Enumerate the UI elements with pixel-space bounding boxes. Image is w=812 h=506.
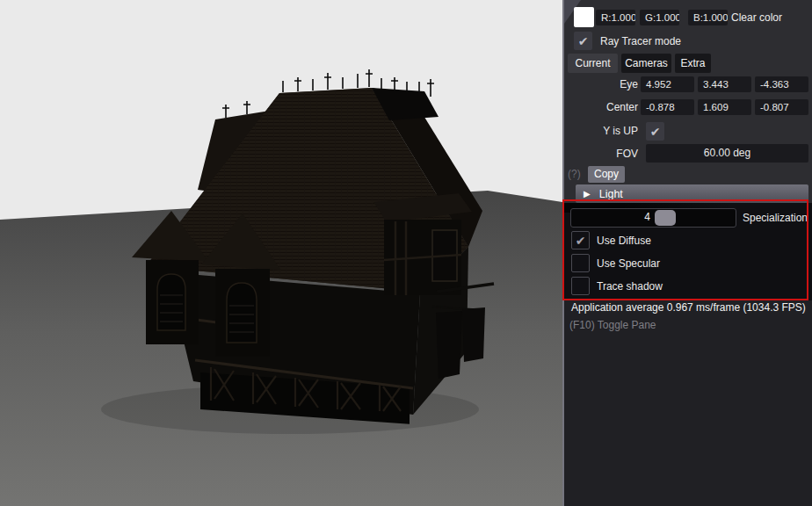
tab-cameras[interactable]: Cameras [621, 54, 671, 73]
ray-tracer-label: Ray Tracer mode [600, 35, 681, 47]
toggle-pane-hint: (F10) Toggle Pane [569, 319, 656, 331]
specialization-slider-handle[interactable] [655, 210, 676, 226]
help-hint: (?) [568, 168, 581, 180]
center-label: Center [564, 101, 638, 113]
checkmark-icon: ✔ [650, 126, 661, 138]
use-specular-checkbox[interactable] [571, 254, 590, 272]
panel-bottom-section [564, 300, 812, 506]
light-group-label: Light [599, 188, 623, 200]
clear-color-g-field[interactable]: G:1.000 [640, 10, 679, 25]
clear-color-r-field[interactable]: R:1.000 [596, 10, 635, 25]
expand-arrow-icon: ▶ [584, 189, 591, 199]
viewport-3d-scene[interactable] [0, 0, 562, 506]
specialization-label: Specialization [743, 212, 808, 224]
light-group-header[interactable]: ▶ Light [576, 184, 808, 203]
eye-label: Eye [564, 78, 638, 90]
trace-shadow-label: Trace shadow [597, 280, 663, 293]
y-is-up-checkbox[interactable]: ✔ [646, 122, 664, 141]
use-specular-label: Use Specular [597, 257, 660, 270]
use-diffuse-checkbox[interactable]: ✔ [571, 231, 590, 249]
copy-button[interactable]: Copy [588, 166, 625, 183]
eye-x-field[interactable]: 4.952 [641, 76, 694, 92]
specialization-value: 4 [622, 211, 650, 223]
clear-color-swatch[interactable] [574, 7, 594, 27]
eye-z-field[interactable]: -4.363 [755, 76, 808, 92]
specialization-slider[interactable]: 4 [570, 208, 736, 228]
tab-extra[interactable]: Extra [675, 54, 711, 73]
fov-label: FOV [564, 148, 638, 160]
ray-tracer-checkbox[interactable]: ✔ [574, 32, 592, 50]
fps-status-line: Application average 0.967 ms/frame (1034… [571, 301, 806, 314]
trace-shadow-checkbox[interactable] [571, 277, 590, 295]
settings-panel: R:1.000 G:1.000 B:1.000 Clear color ✔ Ra… [562, 0, 812, 506]
clear-color-b-field[interactable]: B:1.000 [688, 10, 728, 25]
checkmark-icon: ✔ [576, 235, 586, 247]
fov-field[interactable]: 60.00 deg [646, 144, 808, 163]
eye-y-field[interactable]: 3.443 [698, 76, 751, 92]
center-z-field[interactable]: -0.807 [755, 99, 808, 115]
center-x-field[interactable]: -0.878 [641, 99, 694, 115]
center-y-field[interactable]: 1.609 [698, 99, 751, 115]
scene-svg [0, 0, 562, 506]
tab-current[interactable]: Current [568, 54, 618, 73]
clear-color-label: Clear color [731, 11, 782, 24]
y-is-up-label: Y is UP [564, 125, 638, 137]
use-diffuse-label: Use Diffuse [597, 235, 651, 247]
checkmark-icon: ✔ [578, 35, 589, 47]
